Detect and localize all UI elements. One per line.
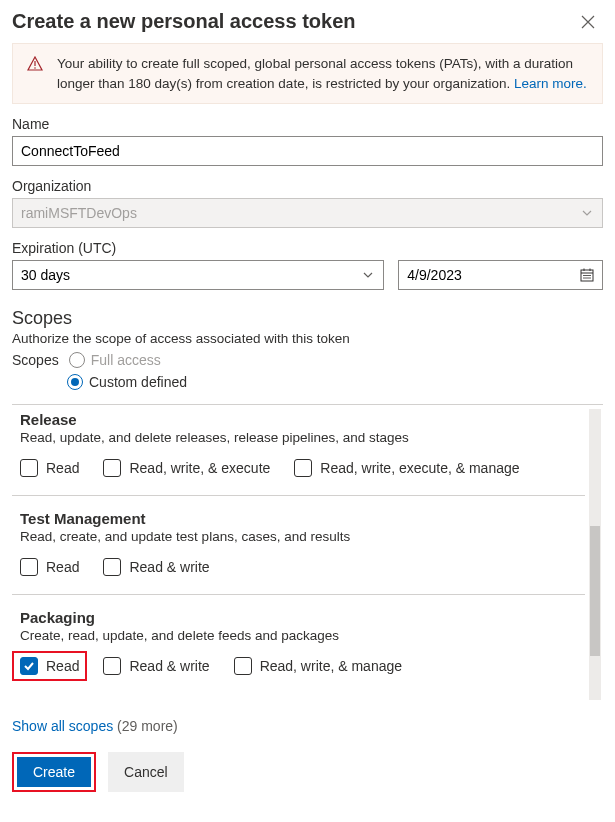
close-icon	[581, 15, 595, 29]
scopes-scroll-area[interactable]: Release Read, update, and delete release…	[12, 404, 603, 704]
learn-more-link[interactable]: Learn more.	[514, 76, 587, 91]
group-title: Test Management	[20, 510, 577, 527]
scope-group-release: Release Read, update, and delete release…	[12, 405, 585, 496]
checkbox-icon	[20, 459, 38, 477]
custom-defined-radio[interactable]: Custom defined	[67, 374, 187, 390]
expiration-duration-select[interactable]	[12, 260, 384, 290]
scopes-label: Scopes	[12, 352, 59, 368]
full-access-label: Full access	[91, 352, 161, 368]
organization-label: Organization	[12, 178, 603, 194]
checkbox-label: Read	[46, 460, 79, 476]
close-button[interactable]	[573, 11, 603, 33]
packaging-read-highlight: Read	[12, 651, 87, 681]
test-read-checkbox[interactable]: Read	[20, 558, 79, 576]
svg-point-1	[34, 67, 36, 69]
checkbox-icon	[103, 558, 121, 576]
custom-defined-row: Custom defined	[67, 374, 603, 390]
show-all-row: Show all scopes (29 more)	[12, 718, 603, 734]
panel-title: Create a new personal access token	[12, 10, 356, 33]
warning-icon	[27, 56, 43, 72]
scopes-subtitle: Authorize the scope of access associated…	[12, 331, 603, 346]
warning-banner: Your ability to create full scoped, glob…	[12, 43, 603, 104]
group-subtitle: Create, read, update, and delete feeds a…	[20, 628, 577, 643]
scope-group-test: Test Management Read, create, and update…	[12, 496, 585, 595]
packaging-read-checkbox[interactable]: Read	[20, 657, 79, 675]
group-subtitle: Read, update, and delete releases, relea…	[20, 430, 577, 445]
test-rw-checkbox[interactable]: Read & write	[103, 558, 209, 576]
checkbox-icon	[103, 657, 121, 675]
checkbox-label: Read	[46, 658, 79, 674]
checkbox-label: Read	[46, 559, 79, 575]
expiration-duration-value[interactable]	[12, 260, 384, 290]
release-rwem-checkbox[interactable]: Read, write, execute, & manage	[294, 459, 519, 477]
scopes-title: Scopes	[12, 308, 603, 329]
organization-select[interactable]	[12, 198, 603, 228]
name-label: Name	[12, 116, 603, 132]
release-read-checkbox[interactable]: Read	[20, 459, 79, 477]
full-access-radio[interactable]: Full access	[69, 352, 161, 368]
create-button-highlight: Create	[12, 752, 96, 792]
create-button[interactable]: Create	[17, 757, 91, 787]
checkbox-icon	[234, 657, 252, 675]
checkbox-label: Read, write, & execute	[129, 460, 270, 476]
group-title: Release	[20, 411, 577, 428]
group-subtitle: Read, create, and update test plans, cas…	[20, 529, 577, 544]
checkbox-label: Read & write	[129, 559, 209, 575]
checkbox-checked-icon	[20, 657, 38, 675]
expiration-label: Expiration (UTC)	[12, 240, 384, 256]
organization-value[interactable]	[12, 198, 603, 228]
group-title: Packaging	[20, 609, 577, 626]
expiration-date-value[interactable]	[398, 260, 603, 290]
expiration-date-picker[interactable]	[398, 260, 603, 290]
scrollbar-thumb[interactable]	[590, 526, 600, 657]
button-row: Create Cancel	[12, 752, 603, 792]
cancel-button[interactable]: Cancel	[108, 752, 184, 792]
pat-panel: Create a new personal access token Your …	[0, 0, 615, 804]
warning-text: Your ability to create full scoped, glob…	[57, 56, 573, 91]
checkbox-icon	[103, 459, 121, 477]
checkbox-label: Read & write	[129, 658, 209, 674]
calendar-icon	[579, 267, 595, 283]
checkbox-icon	[20, 558, 38, 576]
radio-icon	[69, 352, 85, 368]
checkbox-icon	[294, 459, 312, 477]
release-rwe-checkbox[interactable]: Read, write, & execute	[103, 459, 270, 477]
show-all-scopes-link[interactable]: Show all scopes	[12, 718, 113, 734]
packaging-rw-checkbox[interactable]: Read & write	[103, 657, 209, 675]
scopes-radio-row: Scopes Full access	[12, 352, 603, 368]
name-input[interactable]	[12, 136, 603, 166]
custom-defined-label: Custom defined	[89, 374, 187, 390]
show-all-count: (29 more)	[117, 718, 178, 734]
scope-group-packaging: Packaging Create, read, update, and dele…	[12, 595, 585, 693]
checkbox-label: Read, write, execute, & manage	[320, 460, 519, 476]
checkbox-label: Read, write, & manage	[260, 658, 402, 674]
header-row: Create a new personal access token	[12, 10, 603, 33]
packaging-rwm-checkbox[interactable]: Read, write, & manage	[234, 657, 402, 675]
radio-icon	[67, 374, 83, 390]
scrollbar[interactable]	[589, 409, 601, 700]
